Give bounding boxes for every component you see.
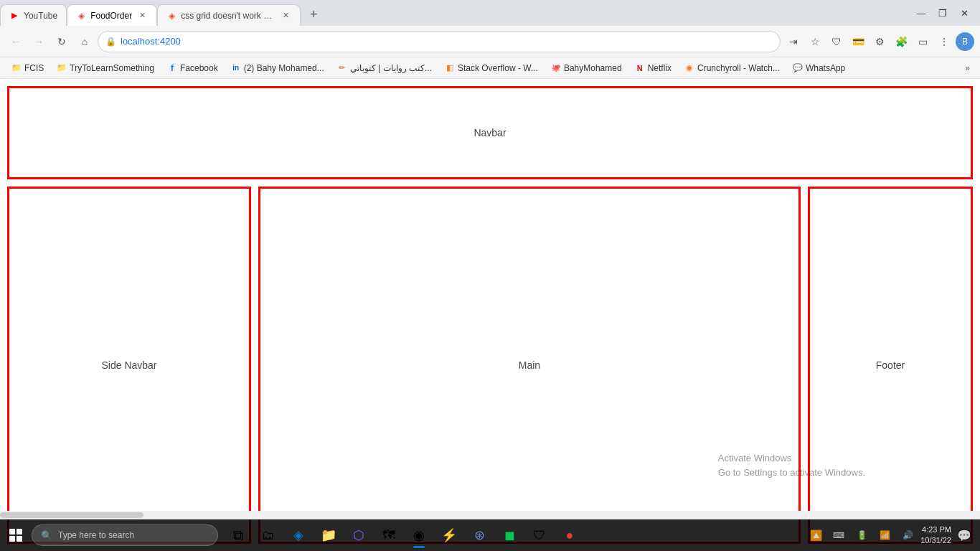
taskbar-battery-icon[interactable]: 🔋 <box>852 525 872 545</box>
title-bar: ▶ YouTube ◈ FoodOrder ✕ ◈ css grid doesn… <box>0 0 980 26</box>
bookmark-crunchyroll[interactable]: ◉ Crunchyroll - Watch... <box>679 62 786 75</box>
taskbar-notification-button[interactable]: 💬 <box>954 525 974 545</box>
app-container: Navbar Side Navbar Main Footer <box>0 79 980 551</box>
foodorder-tab-label: FoodOrder <box>90 11 132 21</box>
fcis-favicon: 📁 <box>11 63 22 73</box>
bookmark-facebook-label: Facebook <box>180 63 218 73</box>
shield-icon[interactable]: 🛡 <box>826 32 847 52</box>
footer-section: Footer <box>808 187 973 544</box>
taskbar-right-area: 🔼 ⌨ 🔋 📶 🔊 4:23 PM 10/31/22 💬 <box>806 524 980 547</box>
refresh-button[interactable]: ↻ <box>52 32 72 52</box>
navbar-section: Navbar <box>7 86 973 179</box>
settings-icon[interactable]: ⚙ <box>870 32 890 52</box>
extension-icon[interactable]: 🧩 <box>891 32 911 52</box>
taskbar-app-shield[interactable]: 🛡 <box>525 521 554 550</box>
bookmark-fcis[interactable]: 📁 FCIS <box>6 62 50 75</box>
taskbar-app-maps[interactable]: 🗺 <box>374 521 403 550</box>
main-section: Main <box>258 187 801 544</box>
address-text: localhost:4200 <box>121 36 773 47</box>
bookmark-stackoverflow-label: Stack Overflow - W... <box>458 63 538 73</box>
taskbar-app-chrome[interactable]: ◉ <box>405 521 433 550</box>
address-bar[interactable]: 🔒 localhost:4200 <box>98 31 781 52</box>
activate-windows-subtitle: Go to Settings to activate Windows. <box>718 466 865 480</box>
taskbar-app-explorer2[interactable]: 📁 <box>314 521 343 550</box>
taskbar-app-red[interactable]: ● <box>555 521 584 550</box>
foodorder-favicon: ◈ <box>76 11 86 21</box>
tab-foodorder[interactable]: ◈ FoodOrder ✕ <box>67 4 157 26</box>
bookmark-linkedin-label: (2) Bahy Mohamed... <box>244 63 324 73</box>
tabs-area: ▶ YouTube ◈ FoodOrder ✕ ◈ css grid doesn… <box>0 0 905 26</box>
taskbar-apps: ⧉ 🗂 ◈ 📁 ⬡ 🗺 ◉ ⚡ ⊛ ◼ 🛡 <box>224 521 584 550</box>
taskbar-app-visual-studio[interactable]: ⬡ <box>344 521 373 550</box>
whatsapp-favicon: 💬 <box>793 63 803 73</box>
main-grid: Side Navbar Main Footer <box>7 187 973 544</box>
taskbar-search-icon: 🔍 <box>41 530 52 541</box>
restore-button[interactable]: ❐ <box>933 3 953 23</box>
scrollbar-thumb[interactable] <box>0 512 143 518</box>
netflix-favicon: N <box>635 63 645 73</box>
taskbar-app-clips[interactable]: ◼ <box>495 521 524 550</box>
taskbar-chevron-up-icon[interactable]: 🔼 <box>806 525 826 545</box>
taskbar: 🔍 Type here to search ⧉ 🗂 ◈ 📁 ⬡ 🗺 ◉ ⚡ ⊛ <box>0 519 980 551</box>
bookmark-trytolearnsome[interactable]: 📁 TryToLearnSomething <box>51 62 160 75</box>
taskbar-keyboard-icon[interactable]: ⌨ <box>829 525 849 545</box>
forward-button[interactable]: → <box>29 32 49 52</box>
profile-avatar[interactable]: B <box>956 32 974 51</box>
youtube-favicon: ▶ <box>9 11 19 21</box>
bookmark-netflix-label: Netflix <box>648 63 672 73</box>
horizontal-scrollbar[interactable] <box>0 511 980 519</box>
taskbar-app-file-explorer[interactable]: 🗂 <box>254 521 283 550</box>
youtube-tab-label: YouTube <box>24 11 57 21</box>
bookmarks-bar: 📁 FCIS 📁 TryToLearnSomething f Facebook … <box>0 57 980 79</box>
side-navbar-section: Side Navbar <box>7 187 251 544</box>
foodorder-tab-close[interactable]: ✕ <box>136 10 148 22</box>
cssgrid-tab-label: css grid doesn't work as expecte… <box>181 11 275 21</box>
taskbar-network-icon[interactable]: 📶 <box>875 525 895 545</box>
tab-cssgrid[interactable]: ◈ css grid doesn't work as expecte… ✕ <box>157 4 301 26</box>
taskbar-search-bar[interactable]: 🔍 Type here to search <box>32 524 218 546</box>
activate-windows-title: Activate Windows <box>718 451 865 466</box>
tab-youtube[interactable]: ▶ YouTube <box>0 4 67 26</box>
nav-right-icons: ⇥ ☆ 🛡 💳 ⚙ 🧩 ▭ ⋮ B <box>783 32 974 52</box>
bookmarks-more-button[interactable]: » <box>961 62 974 75</box>
start-button[interactable] <box>0 519 32 551</box>
back-button[interactable]: ← <box>6 32 26 52</box>
windows-logo-icon <box>9 529 22 542</box>
side-navbar-label: Side Navbar <box>101 359 156 371</box>
more-icon[interactable]: ⋮ <box>934 32 954 52</box>
bookmark-facebook[interactable]: f Facebook <box>161 62 224 75</box>
taskbar-volume-icon[interactable]: 🔊 <box>897 525 918 545</box>
bookmark-netflix[interactable]: N Netflix <box>629 62 677 75</box>
cssgrid-tab-close[interactable]: ✕ <box>280 10 291 22</box>
taskbar-app-edge[interactable]: ◈ <box>284 521 313 550</box>
window-controls: — ❐ ✕ <box>905 0 980 26</box>
kutobati-favicon: ✏ <box>337 63 347 73</box>
taskbar-app-pycharm[interactable]: ⚡ <box>435 521 463 550</box>
taskbar-app-taskview[interactable]: ⧉ <box>224 521 253 550</box>
bookmark-fcis-label: FCIS <box>24 63 44 73</box>
bookmark-linkedin[interactable]: in (2) Bahy Mohamed... <box>225 62 330 75</box>
bookmark-bahymohamed[interactable]: 🐙 BahyMohamed <box>545 62 628 75</box>
navbar-section-label: Navbar <box>473 127 506 138</box>
wallet-icon[interactable]: 💳 <box>848 32 868 52</box>
bookmark-trytolearnsome-label: TryToLearnSomething <box>70 63 154 73</box>
linkedin-favicon: in <box>231 63 241 73</box>
new-tab-button[interactable]: + <box>303 4 324 24</box>
page-content: Navbar Side Navbar Main Footer <box>0 79 980 551</box>
cast-icon[interactable]: ⇥ <box>783 32 804 52</box>
sidebar-icon[interactable]: ▭ <box>913 32 933 52</box>
bookmark-stackoverflow[interactable]: ◧ Stack Overflow - W... <box>439 62 544 75</box>
taskbar-time: 4:23 PM <box>920 524 951 535</box>
close-button[interactable]: ✕ <box>954 3 974 23</box>
minimize-button[interactable]: — <box>911 3 931 23</box>
taskbar-app-discord[interactable]: ⊛ <box>465 521 494 550</box>
main-section-label: Main <box>519 359 540 371</box>
taskbar-clock[interactable]: 4:23 PM 10/31/22 <box>920 524 951 547</box>
home-button[interactable]: ⌂ <box>75 32 95 52</box>
bookmark-whatsapp[interactable]: 💬 WhatsApp <box>787 62 851 75</box>
lock-icon: 🔒 <box>105 37 116 47</box>
trytolearnsome-favicon: 📁 <box>57 63 67 73</box>
bookmark-bahymohamed-label: BahyMohamed <box>564 63 622 73</box>
bookmark-icon[interactable]: ☆ <box>805 32 825 52</box>
bookmark-kutobati[interactable]: ✏ كتب روايات | كتوباتي... <box>331 62 438 75</box>
